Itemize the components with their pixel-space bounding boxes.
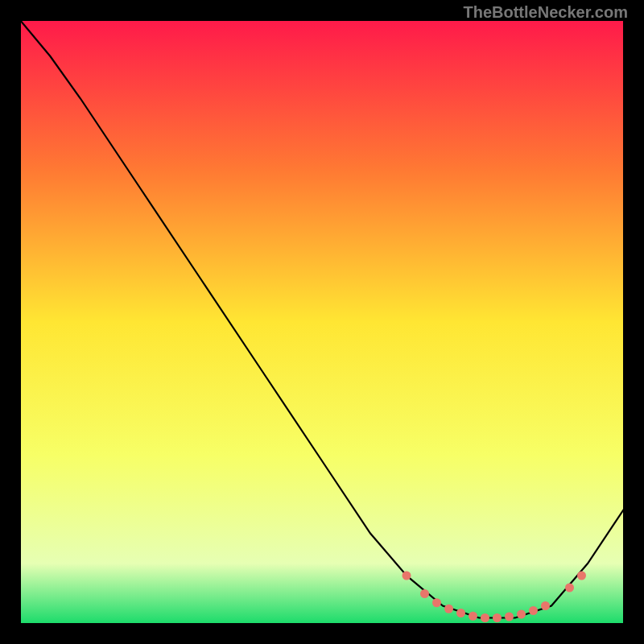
curve-marker bbox=[541, 601, 550, 610]
curve-marker bbox=[505, 613, 514, 621]
curve-marker bbox=[402, 572, 411, 580]
plot-area bbox=[20, 20, 624, 624]
curve-marker bbox=[420, 589, 429, 598]
curve-marker bbox=[432, 598, 441, 607]
curve-marker bbox=[577, 572, 586, 580]
gradient-background bbox=[20, 20, 624, 624]
curve-marker bbox=[493, 613, 502, 622]
attribution-text: TheBottleNecker.com bbox=[463, 3, 628, 22]
curve-marker bbox=[456, 609, 465, 617]
curve-marker bbox=[565, 584, 574, 592]
curve-marker bbox=[517, 610, 526, 619]
curve-marker bbox=[444, 605, 453, 613]
curve-marker bbox=[529, 606, 538, 615]
curve-marker bbox=[469, 612, 477, 621]
chart-svg bbox=[20, 20, 624, 624]
curve-marker bbox=[481, 613, 489, 622]
